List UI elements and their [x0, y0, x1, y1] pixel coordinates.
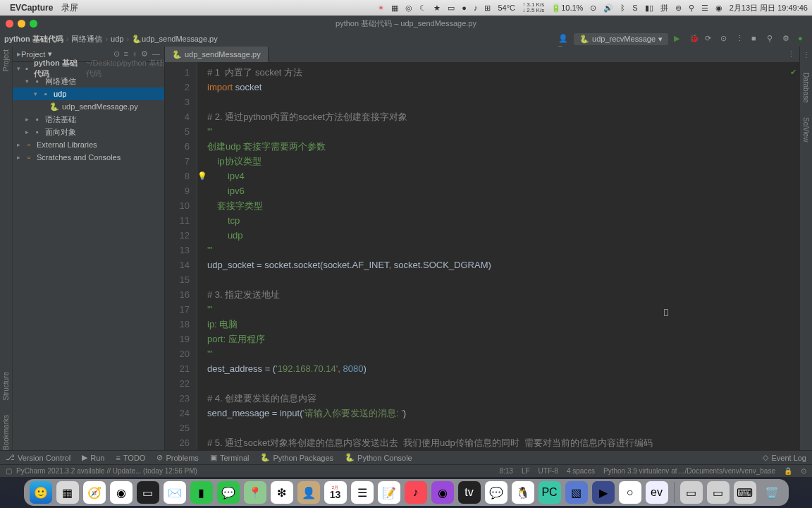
bluetooth-icon[interactable]: ᛒ [620, 4, 625, 12]
calendar-icon[interactable]: 2月13 [324, 481, 347, 504]
indent[interactable]: 4 spaces [567, 467, 595, 475]
app-icon-2[interactable]: ▶ [592, 481, 615, 504]
bookmarks-tool-button[interactable]: Bookmarks [2, 415, 10, 450]
sciview-tool-button[interactable]: SciView [802, 117, 810, 142]
traffic-lights[interactable] [6, 20, 37, 28]
control-center-icon[interactable]: ☰ [701, 4, 708, 13]
photos-icon[interactable]: ❇︎ [271, 481, 293, 504]
editor-tab[interactable]: 🐍udp_sendMessage.py [165, 47, 269, 62]
facetime-icon[interactable]: ▮ [190, 481, 213, 504]
tree-udp[interactable]: ▾▪udp [13, 87, 164, 100]
update-notice[interactable]: PyCharm 2021.3.2 available // Update... … [16, 467, 197, 475]
search-icon[interactable]: ⚲ [689, 4, 694, 13]
python-console-tool[interactable]: 🐍 Python Console [345, 453, 412, 462]
run-tool[interactable]: ▶ Run [82, 453, 104, 462]
search-everywhere-icon[interactable]: ⚲ [767, 34, 777, 44]
cursor-position[interactable]: 8:13 [499, 467, 512, 475]
tree-file[interactable]: 🐍udp_sendMessage.py [13, 100, 164, 113]
interpreter[interactable]: Python 3.9 virtualenv at .../Documents/v… [603, 467, 775, 475]
messages-icon[interactable]: 💬 [217, 481, 240, 504]
podcasts-icon[interactable]: ◉ [431, 481, 454, 504]
event-log-tool[interactable]: ◇ Event Log [763, 453, 806, 462]
keyboard-icon[interactable]: ⌨ [734, 481, 756, 504]
tab-list-icon[interactable]: ⋮ [787, 50, 795, 59]
code-editor[interactable]: 1234567891011121314151617181920212223242… [165, 62, 799, 450]
todo-tool[interactable]: ≡ TODO [116, 454, 145, 462]
bell-icon[interactable]: ♪ [474, 4, 478, 12]
desktop-1-icon[interactable]: ▭ [680, 481, 703, 504]
avatar-icon[interactable]: ● [798, 34, 808, 44]
encoding[interactable]: UTF-8 [539, 467, 558, 475]
qq-icon[interactable]: 🐧 [512, 481, 534, 504]
tree-external-libs[interactable]: ▸▫External Libraries [13, 138, 164, 151]
lock-icon[interactable]: 🔒 [784, 467, 792, 475]
finder-icon[interactable]: 🙂 [30, 481, 52, 504]
crumb-folder[interactable]: 网络通信 [71, 34, 102, 44]
coverage-icon[interactable]: ⟳ [705, 34, 715, 44]
notes-icon[interactable]: 📝 [378, 481, 400, 504]
stop-icon[interactable]: ■ [751, 34, 761, 44]
puzzle-icon[interactable]: ⊞ [484, 4, 491, 13]
input-icon[interactable]: 拼 [660, 3, 668, 13]
mail-icon[interactable]: ✉️ [164, 481, 186, 504]
launchpad-icon[interactable]: ▦ [56, 481, 79, 504]
debug-icon[interactable]: 🐞 [689, 34, 699, 44]
contacts-icon[interactable]: 👤 [297, 481, 320, 504]
app-name[interactable]: EVCapture [10, 3, 53, 13]
tree-root[interactable]: ▾▪python 基础代码~/Desktop/python 基础代码 [13, 62, 164, 75]
terminal-app-icon[interactable]: ▭ [137, 481, 159, 504]
project-tool-button[interactable]: Project [2, 49, 10, 71]
circle-icon[interactable]: ◎ [405, 4, 412, 13]
volume-icon[interactable]: 🔊 [603, 4, 613, 13]
crumb-file[interactable]: 🐍udp_sendMessage.py [132, 35, 218, 44]
evcapture-icon[interactable]: ev [646, 481, 668, 504]
structure-tool-button[interactable]: Structure [2, 372, 10, 401]
mic-icon[interactable]: ● [462, 4, 467, 12]
folder-icon[interactable]: ▭ [448, 4, 455, 13]
tree-oop[interactable]: ▸▪面向对象 [13, 126, 164, 138]
crumb-project[interactable]: python 基础代码 [4, 34, 63, 44]
reminders-icon[interactable]: ☰ [351, 481, 374, 504]
s-icon[interactable]: S [632, 4, 637, 12]
add-user-icon[interactable]: 👤▾ [558, 34, 568, 44]
star-icon[interactable]: ★ [433, 4, 441, 13]
tree-grammar[interactable]: ▸▪语法基础 [13, 113, 164, 126]
wifi-icon[interactable]: ⊚ [675, 4, 682, 13]
tw-toggle-icon[interactable]: ▢ [6, 467, 12, 475]
code-content[interactable]: ✔ # 1 内置了 socket 方法 import socket # 2. 通… [197, 62, 799, 450]
battery-indicator[interactable]: 🔋10.1% [551, 4, 583, 13]
crumb-subfolder[interactable]: udp [111, 35, 123, 43]
trash-icon[interactable]: 🗑️ [761, 481, 783, 504]
tree-scratches[interactable]: ▸▫Scratches and Consoles [13, 151, 164, 164]
vcs-tool[interactable]: ⎇ Version Control [6, 453, 70, 462]
line-ending[interactable]: LF [522, 467, 530, 475]
tv-icon[interactable]: tv [458, 481, 481, 504]
siri-icon[interactable]: ◉ [715, 4, 722, 13]
music-icon[interactable]: ♪ [405, 481, 427, 504]
database-tool-button[interactable]: Database [802, 73, 810, 103]
chrome-icon[interactable]: ◉ [110, 481, 133, 504]
profile-icon[interactable]: ⊙ [720, 34, 730, 44]
lightbulb-icon[interactable]: 💡 [197, 169, 207, 183]
problems-tool[interactable]: ⊘ Problems [156, 453, 198, 462]
menu-record[interactable]: 录屏 [61, 2, 78, 14]
desktop-2-icon[interactable]: ▭ [707, 481, 730, 504]
more-icon[interactable]: ⋮ [736, 34, 746, 44]
inspection-ok-icon[interactable]: ✔ [790, 65, 796, 80]
terminal-tool[interactable]: ▣ Terminal [210, 453, 250, 462]
python-packages-tool[interactable]: 🐍 Python Packages [260, 453, 333, 462]
battery2-icon[interactable]: ▮▯ [645, 4, 653, 13]
app-icon-3[interactable]: ○ [619, 481, 641, 504]
clock[interactable]: 2月13日 周日 19:49:46 [730, 3, 808, 13]
run-icon[interactable]: ▶ [674, 34, 684, 44]
dot-icon[interactable]: ⊙ [590, 4, 596, 13]
pycharm-icon[interactable]: PC [539, 481, 561, 504]
app-icon-1[interactable]: ▧ [565, 481, 588, 504]
grid-icon[interactable]: ▦ [391, 4, 398, 13]
person-icon[interactable]: ⊙ [801, 467, 806, 475]
run-config-selector[interactable]: 🐍udp_recvMessage ▾ [574, 33, 668, 45]
safari-icon[interactable]: 🧭 [83, 481, 106, 504]
menu-icon[interactable]: ⋮ [803, 51, 810, 59]
moon-icon[interactable]: ☾ [419, 4, 426, 13]
wechat-icon[interactable]: 💬 [485, 481, 508, 504]
